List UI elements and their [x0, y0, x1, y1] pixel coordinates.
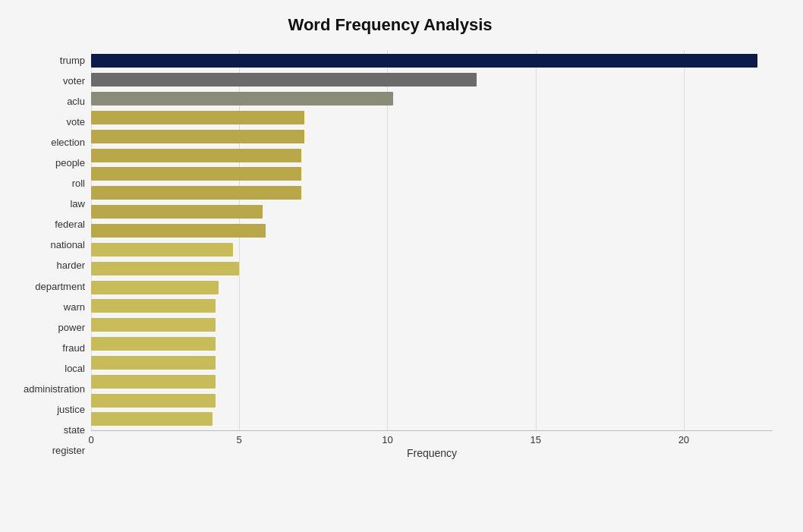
y-label: warn [64, 302, 85, 312]
bar [91, 167, 301, 181]
x-tick: 10 [382, 434, 392, 445]
bar-row [91, 411, 773, 427]
bar [91, 281, 219, 294]
bar-row [91, 317, 773, 332]
bar-row [91, 148, 773, 163]
y-label: local [65, 364, 85, 373]
x-tick: 15 [530, 434, 540, 445]
bar-row [91, 223, 773, 238]
bar-row [91, 185, 773, 200]
bar [91, 111, 304, 124]
y-labels: trumpvoteracluvoteelectionpeoplerolllawf… [8, 50, 91, 461]
bar [91, 73, 477, 87]
bar-row [91, 72, 773, 87]
y-label: roll [72, 178, 85, 188]
chart-area: trumpvoteracluvoteelectionpeoplerolllawf… [8, 50, 773, 461]
y-label: fraud [62, 343, 85, 353]
bar [91, 92, 393, 105]
bar [91, 375, 216, 389]
bar-row [91, 166, 773, 181]
x-axis-label: Frequency [91, 447, 773, 459]
bar-row [91, 204, 773, 219]
bar [91, 337, 216, 351]
bars-area [91, 50, 773, 430]
chart-title: Word Frequency Analysis [8, 15, 773, 35]
bar-row [91, 280, 773, 295]
bar-row [91, 53, 773, 68]
bar-row [91, 261, 773, 276]
bar [91, 224, 266, 238]
x-tick: 0 [88, 434, 93, 445]
y-label: vote [66, 117, 85, 127]
bar-row [91, 374, 773, 389]
y-label: people [55, 158, 85, 168]
bar-row [91, 129, 773, 144]
bar-row [91, 393, 773, 408]
bars-and-xaxis: 05101520 Frequency [91, 50, 773, 461]
bar [91, 205, 263, 219]
bar-row [91, 336, 773, 351]
bar-row [91, 110, 773, 125]
y-label: register [52, 445, 85, 455]
x-axis: 05101520 Frequency [91, 430, 773, 461]
bar [91, 356, 216, 370]
y-label: election [51, 137, 85, 147]
y-label: law [70, 199, 85, 209]
y-label: state [64, 425, 85, 435]
x-tick: 20 [679, 434, 689, 445]
bar [91, 186, 301, 200]
y-label: harder [56, 260, 85, 270]
y-label: administration [24, 384, 85, 394]
bar-row [91, 355, 773, 370]
bar [91, 318, 216, 332]
y-label: federal [55, 219, 85, 229]
bar [91, 54, 757, 68]
x-tick: 5 [237, 434, 242, 445]
bar [91, 243, 233, 257]
y-label: power [58, 323, 85, 332]
y-label: trump [60, 55, 85, 65]
bar [91, 149, 301, 162]
bar [91, 299, 216, 313]
bar [91, 412, 213, 426]
bar [91, 130, 304, 143]
bar [91, 262, 239, 275]
bar-row [91, 242, 773, 257]
y-label: aclu [67, 96, 85, 106]
bar [91, 394, 216, 408]
y-label: justice [57, 405, 85, 414]
y-label: national [50, 240, 85, 250]
y-label: department [35, 282, 85, 291]
bar-row [91, 91, 773, 106]
bar-row [91, 298, 773, 313]
chart-container: Word Frequency Analysis trumpvoteracluvo… [0, 0, 803, 532]
y-label: voter [63, 76, 85, 86]
